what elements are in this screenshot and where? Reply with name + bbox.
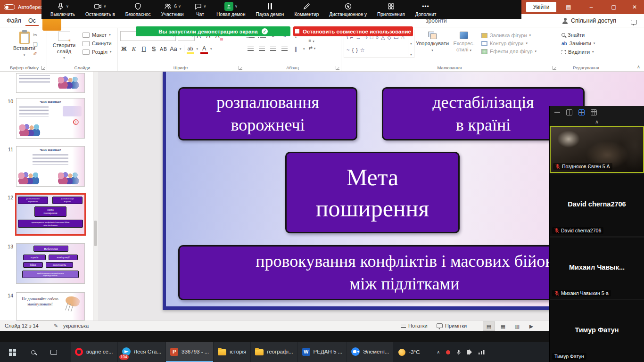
zoom-remote-control-button[interactable]: Дистанционное у bbox=[324, 0, 372, 19]
taskbar-app-word[interactable]: WРЕДАН 5 ... bbox=[298, 342, 347, 362]
zoom-new-share-button[interactable]: ∨ Новая демон bbox=[211, 0, 250, 19]
sign-in-button[interactable]: Увійти bbox=[526, 2, 556, 12]
thumbnails-scrollbar-thumb[interactable] bbox=[94, 221, 97, 246]
format-painter-icon[interactable]: ✐ bbox=[33, 51, 38, 57]
tab-file[interactable]: Файл bbox=[4, 16, 24, 25]
start-button[interactable] bbox=[2, 342, 23, 362]
font-color-button[interactable]: А bbox=[200, 44, 208, 54]
slide-14-thumbnail[interactable]: Не дозволяйте собою маніпулювати! bbox=[16, 292, 85, 321]
taskbar-app-folder-history[interactable]: історія bbox=[214, 342, 250, 362]
highlight-color-button[interactable]: ab bbox=[187, 44, 194, 54]
hidden-icons-chevron[interactable]: ∧ bbox=[437, 350, 440, 354]
minimize-button[interactable]: – bbox=[582, 0, 601, 14]
arrange-button[interactable]: Упорядкувати ▾ bbox=[414, 30, 450, 58]
bold-button[interactable]: Ж bbox=[120, 44, 128, 54]
participant-video-tile[interactable]: Поздняков Євген 5 А bbox=[550, 126, 644, 173]
clipboard-dialog-launcher[interactable] bbox=[41, 66, 45, 70]
comments-icon[interactable] bbox=[631, 18, 637, 26]
slide-sorter-view-button[interactable]: ▦ bbox=[497, 321, 509, 331]
paste-button[interactable]: Вставити▾ bbox=[4, 30, 44, 58]
align-center-button[interactable] bbox=[258, 45, 266, 53]
taskbar-app-zoom[interactable]: Элемент... bbox=[347, 342, 393, 362]
character-spacing-button[interactable]: АВ bbox=[160, 44, 167, 54]
autosave-toggle[interactable]: Автобереж bbox=[4, 0, 41, 14]
speaker-view-icon[interactable] bbox=[566, 109, 572, 115]
align-text-button[interactable]: ≡ ▾ bbox=[309, 38, 316, 43]
network-icon[interactable] bbox=[479, 350, 485, 354]
zoom-participants-button[interactable]: 6∨ Участники bbox=[156, 0, 189, 19]
underline-button[interactable]: П bbox=[140, 44, 148, 54]
taskbar-app-folder-geography[interactable]: географі... bbox=[251, 342, 297, 362]
section-button[interactable]: Розділ▾ bbox=[83, 49, 112, 55]
cut-icon[interactable]: ✂ bbox=[33, 32, 38, 38]
restore-button[interactable]: ▢ bbox=[604, 0, 623, 14]
tab-home[interactable]: Ос bbox=[25, 16, 39, 26]
align-left-button[interactable] bbox=[247, 45, 255, 53]
comments-toggle[interactable]: Примітки bbox=[437, 323, 467, 329]
shape-effects-button[interactable]: Ефекти для фігур▾ bbox=[481, 49, 537, 54]
speaker-icon[interactable] bbox=[467, 350, 470, 354]
ribbon-options-button[interactable]: ▤ bbox=[559, 0, 578, 14]
zoom-more-button[interactable]: ••• Дополнит bbox=[410, 0, 442, 19]
new-slide-button[interactable]: Створити слайд▾ bbox=[50, 30, 79, 60]
shape-fill-button[interactable]: Заливка фігури▾ bbox=[481, 33, 537, 38]
microphone-tray-icon[interactable] bbox=[456, 349, 461, 355]
participant-tile[interactable]: Михаил Чавык... Михаил Чавыкин 5-а bbox=[550, 238, 644, 299]
stop-sharing-button[interactable]: Остановить совместное использование bbox=[293, 26, 413, 36]
justify-button[interactable] bbox=[281, 45, 289, 53]
taskbar-app-powerpoint[interactable]: P336793 - ... bbox=[166, 342, 213, 362]
select-button[interactable]: Виділити▾ bbox=[561, 49, 611, 55]
align-right-button[interactable] bbox=[269, 45, 277, 53]
taskbar-app-opera[interactable]: водне се... bbox=[71, 342, 117, 362]
zoom-annotate-button[interactable]: Комментир bbox=[289, 0, 324, 19]
zoom-mute-button[interactable]: ∨ Выключить bbox=[45, 0, 80, 19]
normal-view-button[interactable]: ▤ bbox=[483, 321, 495, 331]
change-case-button[interactable]: Аа bbox=[170, 44, 177, 54]
taskbar-search-button[interactable] bbox=[23, 342, 43, 362]
paragraph-dialog-launcher[interactable] bbox=[336, 66, 339, 70]
thumbnails-scrollbar[interactable] bbox=[93, 72, 98, 321]
zoom-stop-video-button[interactable]: ∨ Остановить в bbox=[80, 0, 120, 19]
zoom-pause-share-button[interactable]: Пауза демон bbox=[250, 0, 289, 19]
text-box-purpose[interactable]: Метапоширення bbox=[285, 152, 460, 233]
quick-styles-button[interactable]: Експрес-стилі ▾ bbox=[450, 30, 478, 58]
convert-smartart-button[interactable]: ⇄ ▾ bbox=[309, 45, 316, 50]
slide-10-thumbnail[interactable]: Чому підлітки? ! bbox=[16, 98, 85, 139]
reset-button[interactable]: Скинути bbox=[83, 41, 112, 46]
font-dialog-launcher[interactable] bbox=[239, 66, 242, 70]
zoom-chat-button[interactable]: ∨ Чат bbox=[189, 0, 212, 19]
text-shadow-button[interactable]: S bbox=[150, 44, 157, 54]
columns-button[interactable]: ∥ bbox=[292, 45, 300, 53]
recording-icon[interactable] bbox=[446, 350, 450, 354]
minimize-panel-icon[interactable] bbox=[554, 112, 560, 113]
task-view-button[interactable] bbox=[43, 342, 64, 362]
spellcheck-icon[interactable]: ✎ bbox=[54, 323, 58, 329]
participant-tile[interactable]: David cherna2706 David cherna2706 bbox=[550, 174, 644, 236]
close-button[interactable]: ✕ bbox=[625, 0, 644, 14]
weather-widget[interactable]: -3°C bbox=[394, 349, 424, 356]
collapse-panel-chevron[interactable]: ∧ bbox=[550, 118, 644, 126]
grid-view-icon[interactable] bbox=[591, 109, 597, 115]
language-indicator[interactable]: українська bbox=[63, 323, 89, 329]
reading-view-button[interactable]: ▥ bbox=[511, 321, 523, 331]
share-button[interactable]: Спільний доступ bbox=[562, 16, 616, 25]
gallery-view-icon[interactable] bbox=[578, 109, 585, 115]
slide-11-thumbnail[interactable]: Чому підлітки? bbox=[16, 146, 85, 187]
drawing-dialog-launcher[interactable] bbox=[553, 66, 556, 70]
slide-9-thumbnail[interactable] bbox=[16, 73, 85, 93]
collapse-ribbon-icon[interactable]: ∧ bbox=[637, 64, 640, 69]
slide-13-thumbnail[interactable]: Небезпеки агресія маніпуляції бійки жорс… bbox=[16, 243, 85, 284]
copy-icon[interactable]: ❏ bbox=[33, 41, 38, 48]
slideshow-button[interactable]: ▶ bbox=[525, 321, 537, 331]
slide-12-thumbnail[interactable]: розпалюванняворожнечі дестабілізаціяв кр… bbox=[16, 194, 85, 235]
taskbar-app-telegram[interactable]: Леся Ста...104 bbox=[118, 342, 166, 362]
zoom-security-button[interactable]: Безопаснос bbox=[120, 0, 156, 19]
participant-tile[interactable]: Тимур Фатун Тимур Фатун bbox=[550, 300, 644, 362]
text-box-hatred[interactable]: розпалюванняворожнечі bbox=[178, 87, 357, 140]
notes-toggle[interactable]: Нотатки bbox=[401, 323, 428, 329]
italic-button[interactable]: К bbox=[130, 44, 138, 54]
replace-button[interactable]: abЗамінити▾ bbox=[561, 41, 611, 46]
find-button[interactable]: Знайти bbox=[561, 32, 611, 38]
layout-button[interactable]: Макет▾ bbox=[83, 32, 112, 38]
shape-outline-button[interactable]: Контур фігури▾ bbox=[481, 41, 537, 46]
